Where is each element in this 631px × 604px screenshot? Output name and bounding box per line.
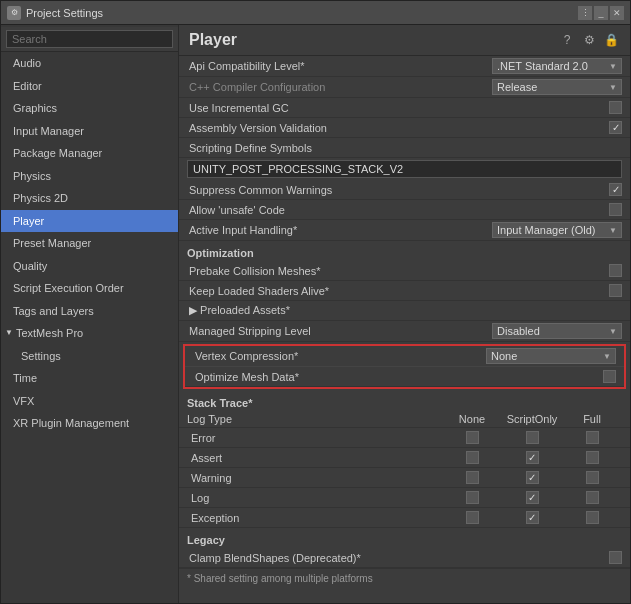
log-none-checkbox[interactable] bbox=[466, 491, 479, 504]
stack-trace-warning-row: Warning bbox=[179, 468, 630, 488]
keep-shaders-row: Keep Loaded Shaders Alive* bbox=[179, 281, 630, 301]
dropdown-arrow-icon: ▼ bbox=[603, 352, 611, 361]
error-scriptonly-checkbox[interactable] bbox=[526, 431, 539, 444]
sidebar-item-graphics[interactable]: Graphics bbox=[1, 97, 178, 120]
sidebar-item-audio[interactable]: Audio bbox=[1, 52, 178, 75]
highlighted-group: Vertex Compression* None ▼ Optimize Mesh… bbox=[183, 344, 626, 389]
optimize-mesh-value bbox=[603, 370, 616, 383]
panel-header: Player ? ⚙ 🔒 bbox=[179, 25, 630, 56]
stack-trace-warning-full bbox=[562, 471, 622, 484]
sidebar-item-package-manager[interactable]: Package Manager bbox=[1, 142, 178, 165]
stack-trace-log-label: Log bbox=[187, 492, 442, 504]
warning-none-checkbox[interactable] bbox=[466, 471, 479, 484]
prebake-value bbox=[609, 264, 622, 277]
lock-icon[interactable]: 🔒 bbox=[602, 31, 620, 49]
stack-trace-log-row: Log bbox=[179, 488, 630, 508]
active-input-dropdown[interactable]: Input Manager (Old) ▼ bbox=[492, 222, 622, 238]
vertex-compression-label: Vertex Compression* bbox=[193, 350, 486, 362]
prebake-label: Prebake Collision Meshes* bbox=[187, 265, 609, 277]
stack-trace-exception-label: Exception bbox=[187, 512, 442, 524]
menu-button[interactable]: ⋮ bbox=[578, 6, 592, 20]
settings-scroll-area[interactable]: Api Compatibility Level* .NET Standard 2… bbox=[179, 56, 630, 603]
sidebar-item-physics[interactable]: Physics bbox=[1, 165, 178, 188]
assembly-validation-value bbox=[609, 121, 622, 134]
help-icon[interactable]: ? bbox=[558, 31, 576, 49]
prebake-checkbox[interactable] bbox=[609, 264, 622, 277]
exception-scriptonly-checkbox[interactable] bbox=[526, 511, 539, 524]
sidebar-item-player[interactable]: Player bbox=[1, 210, 178, 233]
stripping-row: Managed Stripping Level Disabled ▼ bbox=[179, 321, 630, 342]
sidebar-item-physics2d[interactable]: Physics 2D bbox=[1, 187, 178, 210]
log-full-checkbox[interactable] bbox=[586, 491, 599, 504]
optimize-mesh-label: Optimize Mesh Data* bbox=[193, 371, 603, 383]
error-none-checkbox[interactable] bbox=[466, 431, 479, 444]
stack-trace-error-row: Error bbox=[179, 428, 630, 448]
stack-trace-assert-label: Assert bbox=[187, 452, 442, 464]
suppress-warnings-checkbox[interactable] bbox=[609, 183, 622, 196]
exception-none-checkbox[interactable] bbox=[466, 511, 479, 524]
minimize-button[interactable]: _ bbox=[594, 6, 608, 20]
optimize-mesh-row: Optimize Mesh Data* bbox=[185, 367, 624, 387]
stack-trace-col-none: None bbox=[442, 413, 502, 425]
stack-trace-error-label: Error bbox=[187, 432, 442, 444]
incremental-gc-checkbox[interactable] bbox=[609, 101, 622, 114]
allow-unsafe-value bbox=[609, 203, 622, 216]
optimize-mesh-checkbox[interactable] bbox=[603, 370, 616, 383]
window-icon: ⚙ bbox=[7, 6, 21, 20]
allow-unsafe-checkbox[interactable] bbox=[609, 203, 622, 216]
clamp-blendshapes-checkbox[interactable] bbox=[609, 551, 622, 564]
exception-full-checkbox[interactable] bbox=[586, 511, 599, 524]
sidebar-item-editor[interactable]: Editor bbox=[1, 75, 178, 98]
clamp-blendshapes-row: Clamp BlendShapes (Deprecated)* bbox=[179, 548, 630, 568]
sidebar-item-time[interactable]: Time bbox=[1, 367, 178, 390]
warning-scriptonly-checkbox[interactable] bbox=[526, 471, 539, 484]
stack-trace-assert-scriptonly bbox=[502, 451, 562, 464]
stack-trace-assert-row: Assert bbox=[179, 448, 630, 468]
settings-icon[interactable]: ⚙ bbox=[580, 31, 598, 49]
stack-trace-log-none bbox=[442, 491, 502, 504]
search-input[interactable] bbox=[6, 30, 173, 48]
keep-shaders-checkbox[interactable] bbox=[609, 284, 622, 297]
api-compat-value: .NET Standard 2.0 ▼ bbox=[492, 58, 622, 74]
panel-title: Player bbox=[189, 31, 558, 49]
vertex-compression-dropdown[interactable]: None ▼ bbox=[486, 348, 616, 364]
optimization-section-header: Optimization bbox=[179, 241, 630, 261]
cpp-compiler-row: C++ Compiler Configuration Release ▼ bbox=[179, 77, 630, 98]
cpp-compiler-label: C++ Compiler Configuration bbox=[187, 81, 492, 93]
panel-icons: ? ⚙ 🔒 bbox=[558, 31, 620, 49]
assembly-validation-checkbox[interactable] bbox=[609, 121, 622, 134]
stack-trace-section-header: Stack Trace* bbox=[179, 391, 630, 411]
vertex-compression-row: Vertex Compression* None ▼ bbox=[185, 346, 624, 367]
footer-note: * Shared setting among multiple platform… bbox=[179, 568, 630, 588]
scripting-define-input[interactable] bbox=[187, 160, 622, 178]
log-scriptonly-checkbox[interactable] bbox=[526, 491, 539, 504]
stripping-dropdown[interactable]: Disabled ▼ bbox=[492, 323, 622, 339]
window-controls: ⋮ _ ✕ bbox=[578, 6, 624, 20]
cpp-compiler-dropdown[interactable]: Release ▼ bbox=[492, 79, 622, 95]
incremental-gc-value bbox=[609, 101, 622, 114]
sidebar-item-tags-layers[interactable]: Tags and Layers bbox=[1, 300, 178, 323]
assert-scriptonly-checkbox[interactable] bbox=[526, 451, 539, 464]
assert-none-checkbox[interactable] bbox=[466, 451, 479, 464]
error-full-checkbox[interactable] bbox=[586, 431, 599, 444]
sidebar-item-input-manager[interactable]: Input Manager bbox=[1, 120, 178, 143]
dropdown-arrow-icon: ▼ bbox=[609, 226, 617, 235]
sidebar-item-textmesh-pro[interactable]: ▼ TextMesh Pro bbox=[1, 322, 178, 345]
stack-trace-col-full: Full bbox=[562, 413, 622, 425]
assert-full-checkbox[interactable] bbox=[586, 451, 599, 464]
sidebar-item-vfx[interactable]: VFX bbox=[1, 390, 178, 413]
sidebar-item-script-execution[interactable]: Script Execution Order bbox=[1, 277, 178, 300]
close-button[interactable]: ✕ bbox=[610, 6, 624, 20]
sidebar-item-textmesh-settings[interactable]: Settings bbox=[1, 345, 178, 368]
api-compat-dropdown[interactable]: .NET Standard 2.0 ▼ bbox=[492, 58, 622, 74]
sidebar-item-quality[interactable]: Quality bbox=[1, 255, 178, 278]
dropdown-arrow-icon: ▼ bbox=[609, 83, 617, 92]
stack-trace-exception-full bbox=[562, 511, 622, 524]
legacy-section-header: Legacy bbox=[179, 528, 630, 548]
prebake-row: Prebake Collision Meshes* bbox=[179, 261, 630, 281]
window-title: Project Settings bbox=[26, 7, 578, 19]
sidebar: Audio Editor Graphics Input Manager Pack… bbox=[1, 25, 179, 603]
sidebar-item-preset-manager[interactable]: Preset Manager bbox=[1, 232, 178, 255]
warning-full-checkbox[interactable] bbox=[586, 471, 599, 484]
sidebar-item-xr-plugin[interactable]: XR Plugin Management bbox=[1, 412, 178, 435]
